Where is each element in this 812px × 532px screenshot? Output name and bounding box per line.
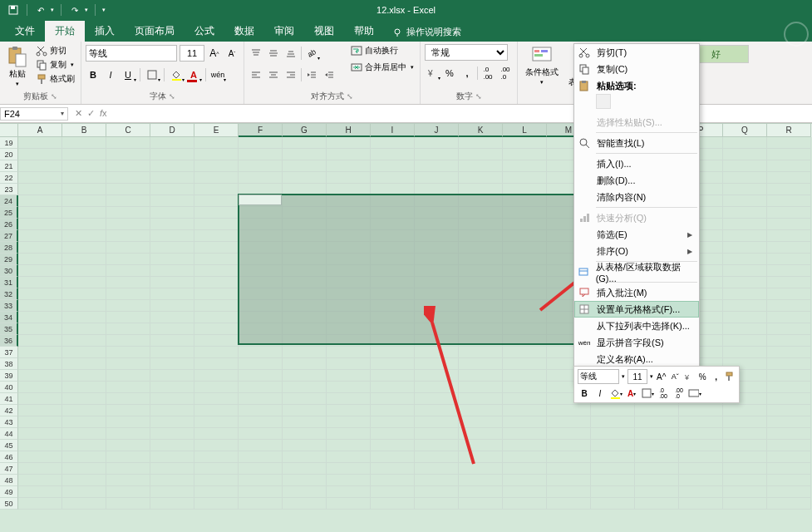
comma-button[interactable]: ,	[460, 66, 475, 81]
cell[interactable]	[415, 393, 459, 405]
cell[interactable]	[503, 184, 547, 195]
cell[interactable]	[327, 475, 371, 486]
cell[interactable]	[327, 440, 371, 451]
row-header[interactable]: 47	[0, 463, 18, 475]
cell[interactable]	[503, 160, 547, 172]
cell[interactable]	[283, 335, 327, 347]
cell[interactable]	[459, 416, 503, 428]
cell[interactable]	[62, 428, 106, 440]
cell[interactable]	[591, 463, 635, 475]
mini-bold[interactable]: B	[578, 387, 591, 400]
row-header[interactable]: 46	[0, 451, 18, 463]
cell[interactable]	[150, 323, 194, 335]
mini-fill-color[interactable]: ▾	[609, 387, 623, 400]
cell[interactable]	[283, 242, 327, 254]
cm-get-from-table[interactable]: 从表格/区域获取数据(G)...	[574, 264, 699, 280]
cell[interactable]	[150, 451, 194, 463]
cell[interactable]	[150, 416, 194, 428]
cell[interactable]	[106, 160, 150, 172]
cell[interactable]	[767, 207, 811, 219]
cell[interactable]	[503, 219, 547, 230]
cell[interactable]	[371, 277, 415, 288]
cell[interactable]	[150, 242, 194, 254]
cell[interactable]	[723, 288, 767, 300]
cell[interactable]	[723, 312, 767, 323]
tab-insert[interactable]: 插入	[85, 21, 125, 42]
mini-font-size[interactable]	[627, 369, 647, 384]
row-header[interactable]: 50	[0, 498, 18, 510]
cell[interactable]	[327, 137, 371, 149]
column-header[interactable]: L	[503, 124, 547, 137]
cell[interactable]	[371, 137, 415, 149]
cell[interactable]	[194, 475, 239, 486]
cell[interactable]	[591, 475, 635, 486]
cell[interactable]	[503, 440, 547, 451]
cell[interactable]	[106, 358, 150, 370]
align-right-button[interactable]	[283, 67, 298, 82]
cell[interactable]	[679, 451, 723, 463]
cell[interactable]	[679, 428, 723, 440]
cell[interactable]	[415, 323, 459, 335]
cell[interactable]	[503, 323, 547, 335]
cell[interactable]	[327, 265, 371, 277]
cell[interactable]	[18, 277, 62, 288]
cell[interactable]	[62, 265, 106, 277]
cell[interactable]	[327, 347, 371, 358]
tab-layout[interactable]: 页面布局	[125, 21, 185, 42]
cell[interactable]	[239, 230, 283, 242]
cell[interactable]	[239, 137, 283, 149]
cell[interactable]	[106, 265, 150, 277]
cell[interactable]	[459, 370, 503, 382]
cell[interactable]	[459, 440, 503, 451]
alignment-launcher[interactable]: ⤡	[347, 92, 353, 101]
cell[interactable]	[415, 195, 459, 207]
cell[interactable]	[371, 160, 415, 172]
cell[interactable]	[767, 475, 811, 486]
cell[interactable]	[106, 405, 150, 416]
cell[interactable]	[459, 265, 503, 277]
cell[interactable]	[415, 347, 459, 358]
cell[interactable]	[371, 288, 415, 300]
number-launcher[interactable]: ⤡	[475, 92, 482, 101]
cell[interactable]	[62, 230, 106, 242]
cell[interactable]	[283, 265, 327, 277]
cell[interactable]	[371, 463, 415, 475]
cell[interactable]	[239, 254, 283, 265]
number-format-select[interactable]: 常规	[425, 44, 508, 61]
align-middle-button[interactable]	[266, 46, 281, 61]
cell[interactable]	[194, 254, 239, 265]
cell[interactable]	[415, 160, 459, 172]
row-header[interactable]: 42	[0, 405, 18, 416]
cell[interactable]	[767, 498, 811, 510]
cell[interactable]	[503, 288, 547, 300]
column-header[interactable]: J	[415, 124, 459, 137]
font-launcher[interactable]: ⤡	[169, 92, 175, 101]
cell[interactable]	[635, 498, 679, 510]
cell[interactable]	[415, 300, 459, 312]
cell[interactable]	[194, 219, 239, 230]
cell[interactable]	[371, 405, 415, 416]
name-box[interactable]: F24▾	[0, 107, 68, 121]
cell[interactable]	[723, 242, 767, 254]
cell[interactable]	[239, 219, 283, 230]
row-header[interactable]: 30	[0, 265, 18, 277]
cell[interactable]	[371, 486, 415, 498]
cell[interactable]	[415, 382, 459, 393]
cell[interactable]	[283, 195, 327, 207]
cell[interactable]	[503, 335, 547, 347]
cm-delete[interactable]: 删除(D)...	[574, 172, 699, 189]
cell[interactable]	[679, 486, 723, 498]
cell[interactable]	[106, 451, 150, 463]
cell[interactable]	[459, 405, 503, 416]
cell[interactable]	[239, 335, 283, 347]
cell[interactable]	[239, 463, 283, 475]
cell[interactable]	[327, 382, 371, 393]
cell[interactable]	[415, 370, 459, 382]
fill-color-button[interactable]: ▾	[169, 67, 184, 82]
cell[interactable]	[415, 242, 459, 254]
cell[interactable]	[371, 451, 415, 463]
cell[interactable]	[283, 184, 327, 195]
cell[interactable]	[18, 347, 62, 358]
cell[interactable]	[62, 370, 106, 382]
cell[interactable]	[194, 160, 239, 172]
